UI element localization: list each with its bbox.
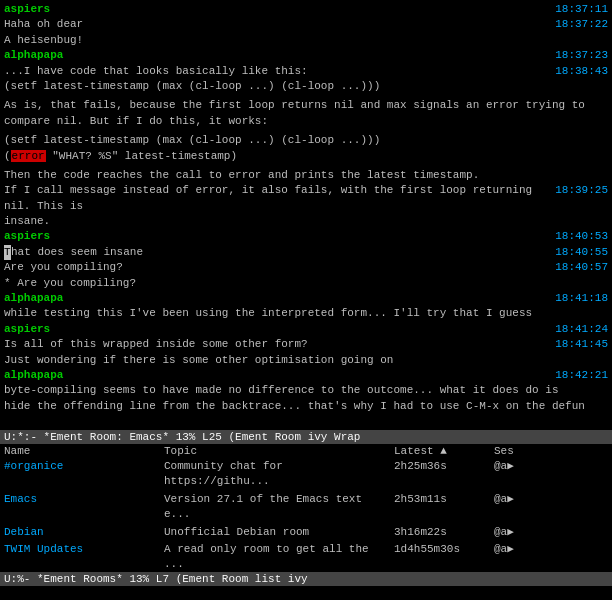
room-latest: 2h53m11s: [394, 492, 494, 523]
author-name: alphapapa: [4, 292, 63, 304]
author-name: aspiers: [4, 230, 50, 242]
header-name: Name: [4, 445, 164, 457]
author-name: alphapapa: [4, 369, 63, 381]
chat-line: byte-compiling seems to have made no dif…: [4, 383, 608, 398]
room-name-link[interactable]: TWIM Updates: [4, 543, 83, 555]
chat-text: insane.: [4, 215, 50, 227]
header-latest: Latest ▲: [394, 445, 494, 457]
chat-line: (setf latest-timestamp (max (cl-loop ...…: [4, 79, 608, 94]
room-name-link[interactable]: #organice: [4, 460, 63, 472]
author-name: aspiers: [4, 3, 50, 15]
chat-text: If I call message instead of error, it a…: [4, 184, 532, 211]
author-name: alphapapa: [4, 49, 63, 61]
room-topic: Community chat for https://githu...: [164, 459, 394, 490]
chat-line: (error "WHAT? %S" latest-timestamp): [4, 149, 608, 164]
chat-text: Is all of this wrapped inside some other…: [4, 338, 308, 350]
code-text: (setf latest-timestamp (max (cl-loop ...…: [4, 134, 380, 146]
header-ses: Ses: [494, 445, 534, 457]
room-list-row[interactable]: #organiceCommunity chat for https://gith…: [0, 458, 612, 491]
rooms-status-bar: U:%- *Ement Rooms* 13% L7 (Ement Room li…: [0, 572, 612, 586]
room-session: @a▶: [494, 492, 534, 523]
timestamp: 18:41:24: [555, 322, 608, 337]
timestamp: 18:37:22: [555, 17, 608, 32]
timestamp: 18:37:11: [555, 2, 608, 17]
room-list-header: Name Topic Latest ▲ Ses: [0, 444, 612, 458]
chat-line: 18:42:21 alphapapa: [4, 368, 608, 383]
room-list-area: Name Topic Latest ▲ Ses #organiceCommuni…: [0, 444, 612, 572]
chat-line: hide the offending line from the backtra…: [4, 399, 608, 414]
timestamp: 18:40:55: [555, 245, 608, 260]
chat-text: A heisenbug!: [4, 34, 83, 46]
room-latest: 1d4h55m30s: [394, 542, 494, 572]
code-text: (setf latest-timestamp (max (cl-loop ...…: [4, 80, 380, 92]
chat-area: 18:37:11 aspiers 18:37:22 Haha oh dear A…: [0, 0, 612, 430]
chat-line: insane.: [4, 214, 608, 229]
rooms-status-text: U:%- *Ement Rooms* 13% L7 (Ement Room li…: [4, 573, 308, 585]
chat-line: 18:41:45 Is all of this wrapped inside s…: [4, 337, 608, 352]
timestamp: 18:40:53: [555, 229, 608, 244]
room-session: @a▶: [494, 525, 534, 540]
chat-line: 18:37:11 aspiers: [4, 2, 608, 17]
room-name[interactable]: Emacs: [4, 492, 164, 523]
timestamp: 18:41:45: [555, 337, 608, 352]
room-name-link[interactable]: Emacs: [4, 493, 37, 505]
room-topic: Version 27.1 of the Emacs text e...: [164, 492, 394, 523]
chat-line: A heisenbug!: [4, 33, 608, 48]
room-latest: 2h25m36s: [394, 459, 494, 490]
room-list-row[interactable]: TWIM UpdatesA read only room to get all …: [0, 541, 612, 572]
chat-line: (setf latest-timestamp (max (cl-loop ...…: [4, 133, 608, 148]
chat-text: while testing this I've been using the i…: [4, 307, 532, 319]
room-topic: Unofficial Debian room: [164, 525, 394, 540]
chat-line: 18:38:43 ...I have code that looks basic…: [4, 64, 608, 79]
room-topic: A read only room to get all the ...: [164, 542, 394, 572]
room-list-row[interactable]: DebianUnofficial Debian room3h16m22s@a▶: [0, 524, 612, 541]
chat-status-bar: U:*:- *Ement Room: Emacs* 13% L25 (Ement…: [0, 430, 612, 444]
chat-line: Then the code reaches the call to error …: [4, 168, 608, 183]
chat-line: Just wondering if there is some other op…: [4, 353, 608, 368]
chat-text: Just wondering if there is some other op…: [4, 354, 393, 366]
timestamp: 18:40:57: [555, 260, 608, 275]
chat-line: 18:40:57 Are you compiling?: [4, 260, 608, 275]
chat-line: 18:37:22 Haha oh dear: [4, 17, 608, 32]
chat-text: As is, that fails, because the first loo…: [4, 99, 585, 111]
room-name[interactable]: Debian: [4, 525, 164, 540]
room-session: @a▶: [494, 542, 534, 572]
chat-line: compare nil. But if I do this, it works:: [4, 114, 608, 129]
chat-line: As is, that fails, because the first loo…: [4, 98, 608, 113]
chat-line: 18:41:18 alphapapa: [4, 291, 608, 306]
chat-text: That does seem insane: [4, 246, 143, 258]
error-keyword: error: [11, 150, 46, 162]
code-text: (error "WHAT? %S" latest-timestamp): [4, 150, 237, 162]
chat-text: byte-compiling seems to have made no dif…: [4, 384, 559, 396]
chat-line: 18:37:23 alphapapa: [4, 48, 608, 63]
chat-text: compare nil. But if I do this, it works:: [4, 115, 268, 127]
chat-text: Are you compiling?: [4, 261, 123, 273]
chat-line: * Are you compiling?: [4, 276, 608, 291]
room-name[interactable]: TWIM Updates: [4, 542, 164, 572]
chat-text: ...I have code that looks basically like…: [4, 65, 308, 77]
chat-text: hide the offending line from the backtra…: [4, 400, 585, 412]
room-name[interactable]: #organice: [4, 459, 164, 490]
chat-line: while testing this I've been using the i…: [4, 306, 608, 321]
chat-line: 18:41:24 aspiers: [4, 322, 608, 337]
cursor: T: [4, 245, 11, 260]
chat-status-text: U:*:- *Ement Room: Emacs* 13% L25 (Ement…: [4, 431, 360, 443]
author-name: aspiers: [4, 323, 50, 335]
room-session: @a▶: [494, 459, 534, 490]
timestamp: 18:42:21: [555, 368, 608, 383]
timestamp: 18:39:25: [555, 183, 608, 198]
room-latest: 3h16m22s: [394, 525, 494, 540]
header-topic: Topic: [164, 445, 394, 457]
chat-text: * Are you compiling?: [4, 277, 136, 289]
chat-text: Haha oh dear: [4, 18, 83, 30]
room-list-row[interactable]: EmacsVersion 27.1 of the Emacs text e...…: [0, 491, 612, 524]
timestamp: 18:38:43: [555, 64, 608, 79]
chat-text: Then the code reaches the call to error …: [4, 169, 479, 181]
chat-line: 18:39:25 If I call message instead of er…: [4, 183, 608, 214]
room-rows-container: #organiceCommunity chat for https://gith…: [0, 458, 612, 572]
room-name-link[interactable]: Debian: [4, 526, 44, 538]
chat-line: 18:40:53 aspiers: [4, 229, 608, 244]
timestamp: 18:41:18: [555, 291, 608, 306]
chat-line: 18:40:55 That does seem insane: [4, 245, 608, 260]
timestamp: 18:37:23: [555, 48, 608, 63]
